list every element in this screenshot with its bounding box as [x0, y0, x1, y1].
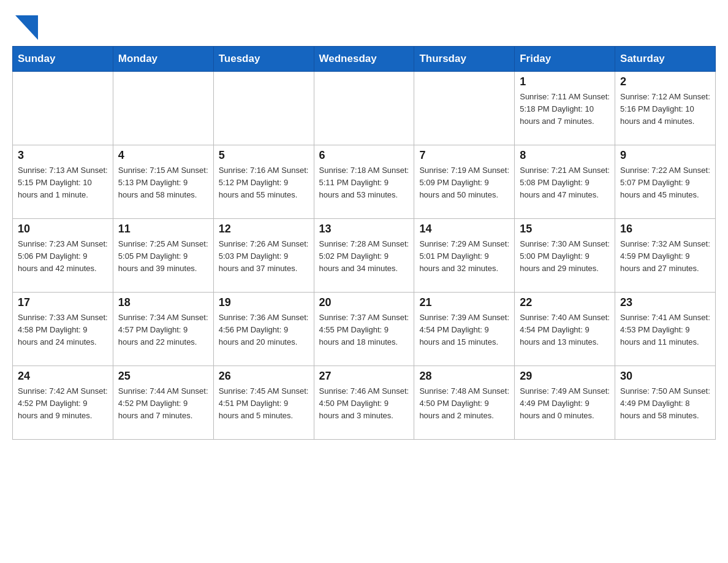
day-number: 13	[319, 223, 409, 236]
calendar-day-cell: 17Sunrise: 7:33 AM Sunset: 4:58 PM Dayli…	[13, 293, 113, 366]
day-info: Sunrise: 7:16 AM Sunset: 5:12 PM Dayligh…	[219, 164, 309, 201]
header-monday: Monday	[113, 47, 213, 72]
day-number: 12	[219, 223, 309, 236]
calendar-day-cell: 29Sunrise: 7:49 AM Sunset: 4:49 PM Dayli…	[515, 366, 615, 440]
calendar-day-cell: 15Sunrise: 7:30 AM Sunset: 5:00 PM Dayli…	[515, 219, 615, 293]
day-number: 26	[219, 370, 309, 383]
day-number: 23	[620, 296, 710, 309]
calendar-day-cell: 6Sunrise: 7:18 AM Sunset: 5:11 PM Daylig…	[314, 145, 414, 219]
day-number: 8	[520, 149, 610, 162]
calendar-day-cell: 30Sunrise: 7:50 AM Sunset: 4:49 PM Dayli…	[615, 366, 716, 440]
calendar-week-row: 3Sunrise: 7:13 AM Sunset: 5:15 PM Daylig…	[13, 145, 716, 219]
calendar-table: Sunday Monday Tuesday Wednesday Thursday…	[12, 46, 716, 440]
header-wednesday: Wednesday	[314, 47, 414, 72]
day-number: 27	[319, 370, 409, 383]
calendar-day-cell: 26Sunrise: 7:45 AM Sunset: 4:51 PM Dayli…	[213, 366, 314, 440]
day-info: Sunrise: 7:28 AM Sunset: 5:02 PM Dayligh…	[319, 238, 409, 275]
day-info: Sunrise: 7:33 AM Sunset: 4:58 PM Dayligh…	[18, 312, 108, 348]
day-number: 10	[18, 223, 108, 236]
day-info: Sunrise: 7:45 AM Sunset: 4:51 PM Dayligh…	[219, 385, 309, 422]
day-number: 22	[520, 296, 610, 309]
day-info: Sunrise: 7:44 AM Sunset: 4:52 PM Dayligh…	[118, 385, 208, 422]
day-number: 24	[18, 370, 108, 383]
day-info: Sunrise: 7:40 AM Sunset: 4:54 PM Dayligh…	[520, 312, 610, 348]
calendar-day-cell	[13, 72, 113, 145]
day-number: 29	[520, 370, 610, 383]
day-number: 6	[319, 149, 409, 162]
day-number: 14	[419, 223, 509, 236]
day-number: 25	[118, 370, 208, 383]
calendar-day-cell: 10Sunrise: 7:23 AM Sunset: 5:06 PM Dayli…	[13, 219, 113, 293]
day-info: Sunrise: 7:11 AM Sunset: 5:18 PM Dayligh…	[520, 91, 610, 128]
svg-marker-0	[15, 15, 38, 40]
calendar-day-cell: 9Sunrise: 7:22 AM Sunset: 5:07 PM Daylig…	[615, 145, 716, 219]
day-number: 11	[118, 223, 208, 236]
day-info: Sunrise: 7:15 AM Sunset: 5:13 PM Dayligh…	[118, 164, 208, 201]
calendar-day-cell: 22Sunrise: 7:40 AM Sunset: 4:54 PM Dayli…	[515, 293, 615, 366]
calendar-day-cell: 16Sunrise: 7:32 AM Sunset: 4:59 PM Dayli…	[615, 219, 716, 293]
calendar-day-cell: 4Sunrise: 7:15 AM Sunset: 5:13 PM Daylig…	[113, 145, 213, 219]
day-number: 3	[18, 149, 108, 162]
calendar-day-cell: 24Sunrise: 7:42 AM Sunset: 4:52 PM Dayli…	[13, 366, 113, 440]
calendar-day-cell	[414, 72, 515, 145]
day-info: Sunrise: 7:30 AM Sunset: 5:00 PM Dayligh…	[520, 238, 610, 275]
day-info: Sunrise: 7:37 AM Sunset: 4:55 PM Dayligh…	[319, 312, 409, 348]
day-number: 4	[118, 149, 208, 162]
day-info: Sunrise: 7:32 AM Sunset: 4:59 PM Dayligh…	[620, 238, 710, 275]
day-info: Sunrise: 7:36 AM Sunset: 4:56 PM Dayligh…	[219, 312, 309, 348]
calendar-day-cell: 28Sunrise: 7:48 AM Sunset: 4:50 PM Dayli…	[414, 366, 515, 440]
day-number: 17	[18, 296, 108, 309]
day-info: Sunrise: 7:48 AM Sunset: 4:50 PM Dayligh…	[419, 385, 509, 422]
calendar-day-cell	[213, 72, 314, 145]
calendar-week-row: 24Sunrise: 7:42 AM Sunset: 4:52 PM Dayli…	[13, 366, 716, 440]
day-number: 2	[620, 75, 710, 88]
logo	[12, 12, 43, 35]
day-info: Sunrise: 7:29 AM Sunset: 5:01 PM Dayligh…	[419, 238, 509, 275]
day-number: 20	[319, 296, 409, 309]
header-saturday: Saturday	[615, 47, 716, 72]
calendar-day-cell: 21Sunrise: 7:39 AM Sunset: 4:54 PM Dayli…	[414, 293, 515, 366]
day-info: Sunrise: 7:21 AM Sunset: 5:08 PM Dayligh…	[520, 164, 610, 201]
calendar-header: Sunday Monday Tuesday Wednesday Thursday…	[13, 47, 716, 72]
day-number: 7	[419, 149, 509, 162]
day-info: Sunrise: 7:26 AM Sunset: 5:03 PM Dayligh…	[219, 238, 309, 275]
day-info: Sunrise: 7:22 AM Sunset: 5:07 PM Dayligh…	[620, 164, 710, 201]
day-info: Sunrise: 7:46 AM Sunset: 4:50 PM Dayligh…	[319, 385, 409, 422]
page-header	[12, 12, 716, 35]
day-number: 18	[118, 296, 208, 309]
day-number: 1	[520, 75, 610, 88]
calendar-day-cell: 27Sunrise: 7:46 AM Sunset: 4:50 PM Dayli…	[314, 366, 414, 440]
calendar-day-cell: 20Sunrise: 7:37 AM Sunset: 4:55 PM Dayli…	[314, 293, 414, 366]
calendar-week-row: 10Sunrise: 7:23 AM Sunset: 5:06 PM Dayli…	[13, 219, 716, 293]
calendar-day-cell: 12Sunrise: 7:26 AM Sunset: 5:03 PM Dayli…	[213, 219, 314, 293]
day-info: Sunrise: 7:42 AM Sunset: 4:52 PM Dayligh…	[18, 385, 108, 422]
calendar-week-row: 17Sunrise: 7:33 AM Sunset: 4:58 PM Dayli…	[13, 293, 716, 366]
header-thursday: Thursday	[414, 47, 515, 72]
calendar-day-cell: 1Sunrise: 7:11 AM Sunset: 5:18 PM Daylig…	[515, 72, 615, 145]
calendar-day-cell: 14Sunrise: 7:29 AM Sunset: 5:01 PM Dayli…	[414, 219, 515, 293]
day-info: Sunrise: 7:39 AM Sunset: 4:54 PM Dayligh…	[419, 312, 509, 348]
calendar-day-cell: 8Sunrise: 7:21 AM Sunset: 5:08 PM Daylig…	[515, 145, 615, 219]
calendar-day-cell: 18Sunrise: 7:34 AM Sunset: 4:57 PM Dayli…	[113, 293, 213, 366]
calendar-day-cell: 19Sunrise: 7:36 AM Sunset: 4:56 PM Dayli…	[213, 293, 314, 366]
day-info: Sunrise: 7:25 AM Sunset: 5:05 PM Dayligh…	[118, 238, 208, 275]
calendar-week-row: 1Sunrise: 7:11 AM Sunset: 5:18 PM Daylig…	[13, 72, 716, 145]
day-number: 5	[219, 149, 309, 162]
calendar-body: 1Sunrise: 7:11 AM Sunset: 5:18 PM Daylig…	[13, 72, 716, 440]
calendar-day-cell: 2Sunrise: 7:12 AM Sunset: 5:16 PM Daylig…	[615, 72, 716, 145]
day-info: Sunrise: 7:19 AM Sunset: 5:09 PM Dayligh…	[419, 164, 509, 201]
day-info: Sunrise: 7:41 AM Sunset: 4:53 PM Dayligh…	[620, 312, 710, 348]
day-number: 15	[520, 223, 610, 236]
calendar-day-cell: 23Sunrise: 7:41 AM Sunset: 4:53 PM Dayli…	[615, 293, 716, 366]
day-number: 9	[620, 149, 710, 162]
day-info: Sunrise: 7:50 AM Sunset: 4:49 PM Dayligh…	[620, 385, 710, 422]
calendar-day-cell: 11Sunrise: 7:25 AM Sunset: 5:05 PM Dayli…	[113, 219, 213, 293]
calendar-day-cell: 3Sunrise: 7:13 AM Sunset: 5:15 PM Daylig…	[13, 145, 113, 219]
calendar-day-cell: 5Sunrise: 7:16 AM Sunset: 5:12 PM Daylig…	[213, 145, 314, 219]
day-number: 16	[620, 223, 710, 236]
day-number: 21	[419, 296, 509, 309]
header-friday: Friday	[515, 47, 615, 72]
day-number: 28	[419, 370, 509, 383]
logo-triangle-icon	[12, 12, 43, 46]
calendar-day-cell: 13Sunrise: 7:28 AM Sunset: 5:02 PM Dayli…	[314, 219, 414, 293]
